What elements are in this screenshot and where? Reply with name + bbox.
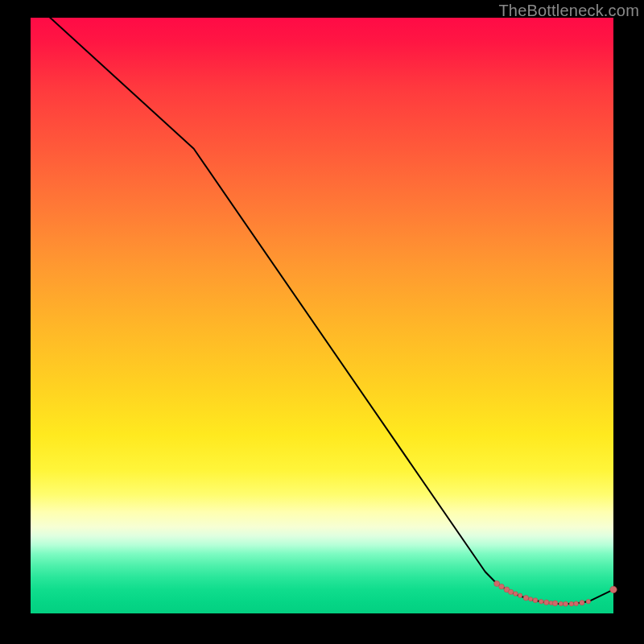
data-marker xyxy=(499,584,505,589)
data-marker xyxy=(514,592,518,597)
bottleneck-curve xyxy=(31,0,613,604)
data-marker xyxy=(529,597,533,601)
chart-frame: TheBottleneck.com xyxy=(0,0,644,644)
data-marker xyxy=(523,595,529,601)
data-marker xyxy=(508,589,513,594)
data-marker xyxy=(580,601,584,605)
data-marker xyxy=(574,601,579,606)
data-marker xyxy=(539,599,543,604)
watermark-text: TheBottleneck.com xyxy=(498,2,639,20)
data-marker xyxy=(552,601,558,606)
data-marker xyxy=(544,600,549,605)
data-marker xyxy=(533,598,538,603)
data-marker xyxy=(559,601,563,605)
data-marker xyxy=(569,601,574,606)
data-marker xyxy=(518,593,522,597)
data-marker xyxy=(586,600,590,604)
data-marker xyxy=(610,586,617,592)
data-marker xyxy=(564,601,568,606)
chart-overlay xyxy=(31,18,613,613)
